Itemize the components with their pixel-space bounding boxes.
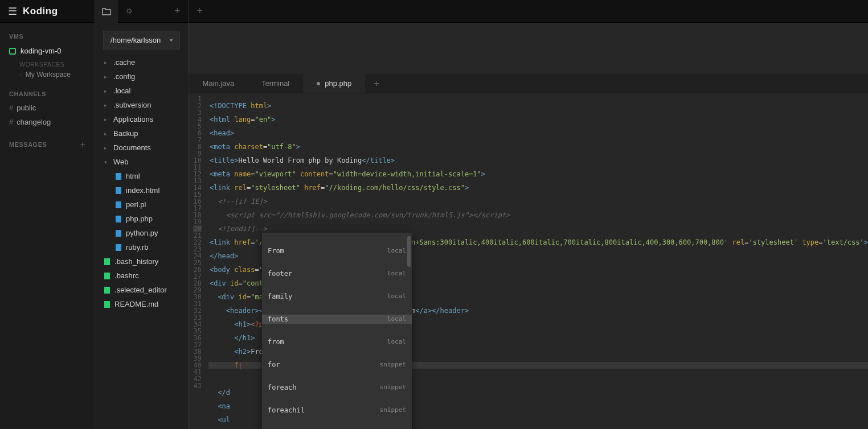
hamburger-icon[interactable]: ☰ <box>8 5 17 18</box>
tab-php[interactable]: php.php <box>303 74 365 93</box>
ac-item[interactable]: forsnippet <box>262 360 412 369</box>
file-icon <box>104 301 110 308</box>
vms-header-label: VMS <box>9 33 23 40</box>
ac-item[interactable]: foreachsnippet <box>262 383 412 392</box>
tree-label: .bashrc <box>114 271 139 280</box>
file-tab-settings[interactable]: ⚙ <box>118 0 141 23</box>
vm-item[interactable]: koding-vm-0 <box>0 43 95 59</box>
add-tab-button[interactable]: + <box>365 74 388 93</box>
editor-blank-area <box>189 23 868 74</box>
ac-item[interactable]: fromlocal <box>262 337 412 346</box>
tree-label: Documents <box>113 143 151 152</box>
folder-backup[interactable]: ▸Backup <box>95 126 188 141</box>
file-index-html[interactable]: index.html <box>95 183 188 197</box>
chevron-down-icon: ▾ <box>104 159 109 165</box>
chevron-right-icon: ▸ <box>104 117 109 122</box>
ac-kind: local <box>387 316 406 323</box>
file-icon <box>116 230 121 237</box>
file-tree: ▸.cache ▸.config ▸.local ▸.subversion ▸A… <box>95 55 188 429</box>
file-perl[interactable]: perl.pl <box>95 197 188 212</box>
folder-documents[interactable]: ▸Documents <box>95 141 188 155</box>
editor-tabs: Main.java Terminal php.php + <box>189 74 868 93</box>
file-selected-editor[interactable]: .selected_editor <box>95 283 188 297</box>
file-readme[interactable]: README.md <box>95 297 188 311</box>
tree-label: python.py <box>126 229 158 237</box>
hash-icon: # <box>9 104 13 112</box>
ac-text: family <box>268 293 292 300</box>
channel-changelog[interactable]: # changelog <box>0 115 95 129</box>
ac-text: for <box>268 361 280 368</box>
messages-header-label: MESSAGES <box>9 141 47 148</box>
path-label: /home/karlsson <box>110 36 161 44</box>
autocomplete-popup[interactable]: Fromlocal footerlocal familylocal fontsl… <box>261 232 412 429</box>
editor-topbar: + <box>189 0 868 23</box>
tree-label: Web <box>113 158 129 166</box>
ac-item[interactable]: Fromlocal <box>262 246 412 255</box>
channel-public[interactable]: # public <box>0 101 95 115</box>
caret-down-icon: ▾ <box>170 37 173 43</box>
channels-header: CHANNELS <box>0 80 95 101</box>
vm-name: koding-vm-0 <box>21 47 62 55</box>
ac-item-selected[interactable]: fontslocal <box>262 315 412 324</box>
file-bashrc[interactable]: .bashrc <box>95 269 188 283</box>
editor-add-icon[interactable]: + <box>196 5 203 17</box>
messages-header: MESSAGES + <box>0 129 95 152</box>
ac-kind: local <box>387 293 406 300</box>
ac-text: foreach <box>268 384 297 391</box>
tree-label: .subversion <box>113 101 151 109</box>
ac-item[interactable]: foreachilsnippet <box>262 406 412 415</box>
folder-outline-icon <box>102 7 111 15</box>
file-panel: ⚙ + /home/karlsson ▾ ▸.cache ▸.config ▸.… <box>95 0 189 429</box>
tab-main-java[interactable]: Main.java <box>189 74 248 93</box>
folder-applications[interactable]: ▸Applications <box>95 112 188 126</box>
path-dropdown[interactable]: /home/karlsson ▾ <box>103 31 180 50</box>
workspace-item[interactable]: My Workspace <box>0 69 95 80</box>
ac-text: footer <box>268 270 292 277</box>
code-body[interactable]: <!DOCTYPE html> <html lang="en"> <head> … <box>208 93 868 429</box>
file-icon <box>104 258 110 265</box>
tab-terminal[interactable]: Terminal <box>248 74 303 93</box>
code-editor[interactable]: 1234567891011121314151617181920212223242… <box>189 93 868 429</box>
vms-header: VMS <box>0 23 95 43</box>
channels-header-label: CHANNELS <box>9 90 46 97</box>
folder-cache[interactable]: ▸.cache <box>95 55 188 69</box>
ac-kind: snippet <box>380 407 406 414</box>
file-panel-add-icon[interactable]: + <box>174 5 181 17</box>
file-bash-history[interactable]: .bash_history <box>95 254 188 269</box>
file-icon <box>116 244 121 251</box>
add-message-icon[interactable]: + <box>80 139 85 149</box>
folder-subversion[interactable]: ▸.subversion <box>95 98 188 112</box>
brand-bar: ☰ Koding <box>0 0 95 23</box>
tree-label: Backup <box>113 129 138 138</box>
file-panel-tabs: ⚙ + <box>95 0 188 23</box>
folder-web[interactable]: ▾Web <box>95 155 188 169</box>
ac-kind: snippet <box>380 361 406 368</box>
tab-label: Terminal <box>261 79 289 88</box>
file-tab-files[interactable] <box>95 0 118 23</box>
file-html[interactable]: html <box>95 169 188 183</box>
tree-label: perl.pl <box>126 200 146 209</box>
ac-text: fonts <box>268 316 288 323</box>
file-php[interactable]: php.php <box>95 212 188 226</box>
tree-label: .local <box>113 86 130 95</box>
tab-label: Main.java <box>202 79 234 88</box>
chevron-right-icon: ▸ <box>104 74 109 80</box>
editor-area: + Main.java Terminal php.php + 123456789… <box>189 0 868 429</box>
file-ruby[interactable]: ruby.rb <box>95 240 188 254</box>
file-icon <box>104 287 110 294</box>
folder-config[interactable]: ▸.config <box>95 69 188 84</box>
tree-label: html <box>126 172 140 180</box>
ac-item[interactable]: footerlocal <box>262 269 412 278</box>
tree-label: .bash_history <box>114 257 158 266</box>
chevron-right-icon: ▸ <box>104 145 109 151</box>
ac-scrollbar[interactable] <box>407 236 411 267</box>
folder-local[interactable]: ▸.local <box>95 84 188 98</box>
tree-label: .cache <box>113 58 135 67</box>
tree-label: ruby.rb <box>126 243 149 251</box>
ac-item[interactable]: familylocal <box>262 292 412 301</box>
tree-label: .selected_editor <box>114 286 167 294</box>
file-icon <box>116 187 121 194</box>
file-python[interactable]: python.py <box>95 226 188 240</box>
file-icon <box>116 216 121 222</box>
ac-kind: snippet <box>380 384 406 391</box>
